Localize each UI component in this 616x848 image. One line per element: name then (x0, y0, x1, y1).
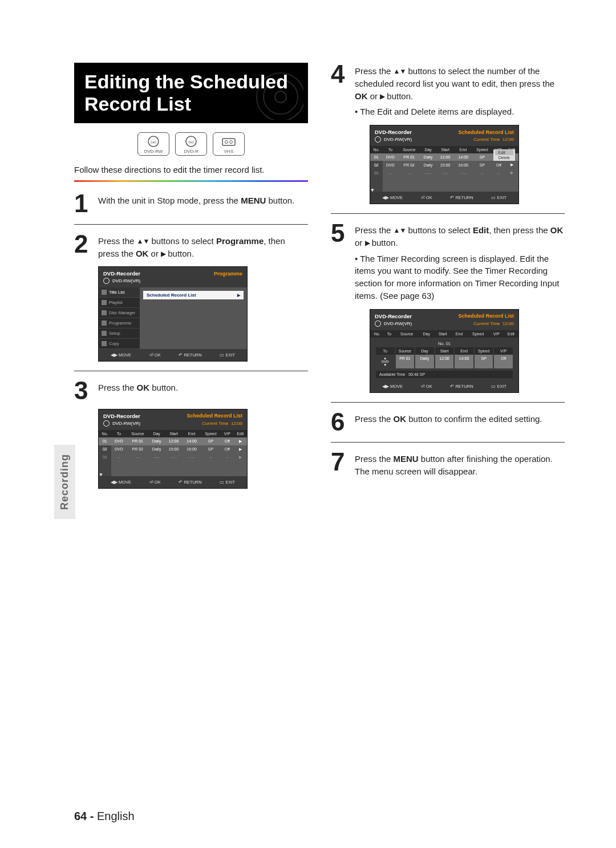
svg-point-2 (275, 91, 286, 103)
menu-item-copy[interactable]: Copy (99, 339, 140, 349)
osd-time: Current Time 12:00 (473, 137, 514, 142)
step-2: 2 Press the ▲▼ buttons to select Program… (74, 233, 308, 260)
field-source[interactable]: PR 01 (396, 355, 415, 368)
step-bullet: The Timer Recording screen is displayed.… (355, 253, 565, 302)
field-start[interactable]: 12:00 (435, 355, 454, 368)
svg-point-9 (230, 141, 233, 144)
osd-table-wrap: No.ToSourceDayStartEndSpeedV/PEdit 01DVD… (99, 430, 247, 476)
osd-device: DVD-Recorder (103, 413, 140, 419)
right-arrow-icon: ▶ (161, 250, 165, 258)
scroll-down-icon[interactable]: ▼ (370, 188, 375, 193)
osd-table-wrap: No.ToSourceDayStartEndSpeedV/PEdit 01DVD… (370, 146, 518, 192)
table-row[interactable]: 02DVDPR 02Daily15:0016:00SPOff▶ (99, 445, 247, 453)
menu-icon (102, 341, 107, 346)
menu-icon (102, 320, 107, 326)
step-text: Press the OK button to confirm the edite… (355, 411, 565, 433)
badge-label: DVD-R (177, 149, 205, 154)
table-row[interactable]: 03-------------:----:------▶ (370, 169, 518, 177)
rainbow-divider (74, 180, 308, 182)
menu-item-playlist[interactable]: Playlist (99, 298, 140, 308)
badge-dvd-rw: ((●)) DVD-RW (137, 132, 169, 156)
osd-time: Current Time 12:00 (202, 421, 242, 426)
osd-programme-menu: DVD-RecorderProgramme DVD-RW(VR) Title L… (98, 266, 248, 362)
disc-icon (103, 420, 110, 427)
step-text: Press the ▲▼ buttons to select the numbe… (355, 63, 565, 118)
step-number: 1 (74, 192, 92, 215)
menu-icon (102, 331, 107, 336)
step-7: 7 Press the MENU button after finishing … (331, 451, 565, 478)
step-text: Press the ▲▼ buttons to select Programme… (98, 233, 308, 260)
intro-text: Follow these directions to edit the time… (74, 165, 308, 175)
divider (331, 402, 565, 403)
available-time: Available Time 00:48 SP (376, 371, 513, 378)
up-down-arrow-icon: ▲▼ (394, 67, 406, 75)
chevron-right-icon: ▶ (237, 293, 240, 298)
step-1: 1 With the unit in Stop mode, press the … (74, 192, 308, 215)
menu-item-setup[interactable]: Setup (99, 328, 140, 339)
osd-disc: DVD-RW(VR) (112, 278, 140, 283)
hint-move: ◀▶ MOVE (382, 384, 403, 389)
hint-ok: ⏎ OK (421, 384, 432, 389)
divider (74, 224, 308, 225)
hint-ok: ⏎ OK (149, 352, 161, 358)
table-row[interactable]: 03-------------:----:------▶ (99, 453, 247, 461)
step-number: 6 (331, 411, 349, 433)
hint-return: ↶ RETURN (179, 480, 201, 485)
disc-icon (375, 136, 381, 143)
osd-main-pane: Scheduled Record List▶ (140, 287, 247, 349)
edit-value-row[interactable]: ▲DVD▼ PR 01 Daily 12:00 14:00 SP Off (376, 355, 513, 368)
field-end[interactable]: 14:00 (455, 355, 473, 368)
field-day[interactable]: Daily (415, 355, 434, 368)
menu-icon (102, 310, 107, 315)
disc-art-icon (241, 68, 303, 120)
table-row (370, 177, 518, 184)
right-arrow-icon: ▶ (365, 239, 370, 247)
hint-move: ◀▶ MOVE (111, 480, 131, 485)
popup-item-edit[interactable]: Edit (495, 150, 513, 155)
step-4: 4 Press the ▲▼ buttons to select the num… (331, 63, 565, 118)
page-footer: 64 - English (74, 810, 135, 823)
two-columns: Editing the Scheduled Record List ((●)) … (74, 63, 565, 493)
hint-ok: ⏎ OK (149, 480, 161, 485)
osd-disc: DVD-RW(VR) (384, 321, 412, 326)
edit-header-row: ToSourceDayStartEndSpeedV/P (376, 347, 513, 355)
field-speed[interactable]: SP (475, 355, 493, 368)
step-number: 2 (74, 233, 92, 260)
right-column: 4 Press the ▲▼ buttons to select the num… (331, 63, 565, 493)
disc-icon: ((●)) (177, 135, 205, 148)
menu-item-title-list[interactable]: Title List (99, 287, 140, 298)
scroll-down-icon[interactable]: ▼ (99, 472, 103, 477)
svg-rect-7 (222, 139, 235, 145)
step-bullet: The Edit and Delete items are displayed. (355, 106, 565, 118)
osd-disc: DVD-RW(VR) (384, 137, 412, 142)
badge-vhs: VHS (213, 132, 245, 156)
table-row (370, 184, 518, 192)
menu-item-programme[interactable]: Programme (99, 318, 140, 328)
hint-exit: ▭ EXIT (491, 384, 506, 389)
hint-move: ◀▶ MOVE (382, 195, 403, 200)
osd-breadcrumb: Scheduled Record List (187, 413, 242, 419)
menu-item-disc-manager[interactable]: Disc Manager (99, 308, 140, 318)
step-6: 6 Press the OK button to confirm the edi… (331, 411, 565, 433)
osd-srl-banner[interactable]: Scheduled Record List▶ (143, 291, 244, 299)
disc-icon: ((●)) (140, 135, 167, 148)
step-3: 3 Press the OK button. (74, 379, 308, 402)
menu-icon (102, 290, 107, 295)
svg-point-1 (264, 80, 298, 114)
field-to[interactable]: ▲DVD▼ (376, 355, 395, 368)
step-text: Press the MENU button after finishing th… (355, 451, 565, 478)
popup-item-delete[interactable]: Delete (495, 155, 513, 160)
osd-side-menu: Title List Playlist Disc Manager Program… (99, 287, 140, 349)
table-row[interactable]: 02DVDPR 02Daily15:0016:00SPOff▶ (370, 161, 518, 169)
badge-dvd-r: ((●)) DVD-R (175, 132, 207, 156)
hint-move: ◀▶ MOVE (111, 352, 131, 358)
osd-footer: ◀▶ MOVE ⏎ OK ↶ RETURN ▭ EXIT (370, 380, 518, 392)
svg-text:((●)): ((●)) (151, 140, 156, 144)
svg-text:((●)): ((●)) (188, 140, 194, 144)
field-vp[interactable]: Off (494, 355, 513, 368)
table-row[interactable]: 01DVDPR 01Daily12:0014:00SPOff▶ (99, 437, 247, 445)
step-number: 5 (331, 222, 349, 302)
step-number: 7 (331, 451, 349, 478)
page-title: Editing the Scheduled Record List (74, 63, 308, 123)
badge-label: VHS (215, 149, 242, 154)
